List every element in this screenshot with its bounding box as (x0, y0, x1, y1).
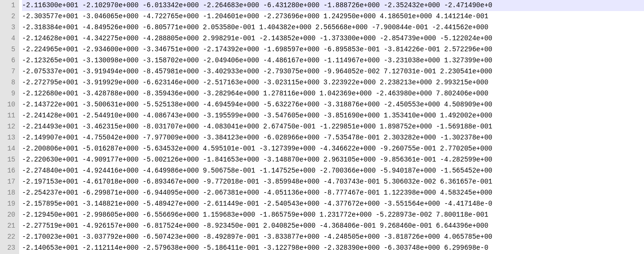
line-number: 15 (2, 154, 15, 165)
text-line[interactable]: -2.200806e+001 -5.016287e+000 -5.634532e… (22, 143, 644, 154)
line-number: 1 (2, 0, 15, 11)
text-line[interactable]: -2.143722e+001 -3.500631e+000 -5.525138e… (22, 99, 644, 110)
line-number: 13 (2, 132, 15, 143)
text-line[interactable]: -2.241428e+001 -2.544910e+000 -4.086743e… (22, 110, 644, 121)
text-line[interactable]: -2.318384e+001 -4.849526e+000 -6.805771e… (22, 22, 644, 33)
text-line[interactable]: -2.272795e+001 -3.919929e+000 -6.623146e… (22, 77, 644, 88)
line-number: 11 (2, 110, 15, 121)
line-number: 21 (2, 220, 15, 231)
line-number: 23 (2, 242, 15, 254)
text-line[interactable]: -2.116300e+001 -2.102970e+000 -6.013342e… (22, 0, 644, 11)
text-line[interactable]: -2.170023e+001 -3.037792e+000 -6.507423e… (22, 231, 644, 242)
text-line[interactable]: -2.197153e+001 -4.617018e+000 -6.893467e… (22, 176, 644, 187)
text-line[interactable]: -2.122680e+001 -3.428788e+000 -8.359436e… (22, 88, 644, 99)
line-number: 12 (2, 121, 15, 132)
line-number: 4 (2, 33, 15, 44)
line-number: 7 (2, 66, 15, 77)
text-line[interactable]: -2.157895e+001 -3.148821e+000 -5.489427e… (22, 198, 644, 209)
line-number: 14 (2, 143, 15, 154)
line-number: 19 (2, 198, 15, 209)
line-number-gutter: 1234567891011121314151617181920212223 (0, 0, 19, 254)
line-number: 16 (2, 165, 15, 176)
text-line[interactable]: -2.129450e+001 -2.998605e+000 -6.556696e… (22, 209, 644, 220)
line-number: 8 (2, 77, 15, 88)
line-number: 22 (2, 231, 15, 242)
text-line[interactable]: -2.149907e+001 -4.755042e+000 -7.977009e… (22, 132, 644, 143)
line-number: 2 (2, 11, 15, 22)
line-number: 3 (2, 22, 15, 33)
text-line[interactable]: -2.140653e+001 -2.112114e+000 -2.579638e… (22, 242, 644, 254)
editor-content[interactable]: -2.116300e+001 -2.102970e+000 -6.013342e… (19, 0, 644, 254)
line-number: 20 (2, 209, 15, 220)
text-line[interactable]: -2.124628e+001 -4.342275e+000 -4.288805e… (22, 33, 644, 44)
line-number: 6 (2, 55, 15, 66)
line-number: 18 (2, 187, 15, 198)
text-line[interactable]: -2.277519e+001 -4.926157e+000 -6.817524e… (22, 220, 644, 231)
text-line[interactable]: -2.214493e+001 -3.462315e+000 -8.031707e… (22, 121, 644, 132)
text-line[interactable]: -2.224965e+001 -2.934600e+000 -3.346751e… (22, 44, 644, 55)
line-number: 10 (2, 99, 15, 110)
text-line[interactable]: -2.274840e+001 -4.924416e+000 -4.649986e… (22, 165, 644, 176)
line-number: 5 (2, 44, 15, 55)
text-line[interactable]: -2.075337e+001 -3.919494e+000 -8.457981e… (22, 66, 644, 77)
text-editor[interactable]: 1234567891011121314151617181920212223 -2… (0, 0, 644, 254)
line-number: 17 (2, 176, 15, 187)
text-line[interactable]: -2.254237e+001 -6.299871e+000 -6.944095e… (22, 187, 644, 198)
line-number: 9 (2, 88, 15, 99)
text-line[interactable]: -2.220630e+001 -4.909177e+000 -5.002126e… (22, 154, 644, 165)
text-line[interactable]: -2.303577e+001 -3.046065e+000 -4.722765e… (22, 11, 644, 22)
text-line[interactable]: -2.123265e+001 -3.130098e+000 -3.158702e… (22, 55, 644, 66)
